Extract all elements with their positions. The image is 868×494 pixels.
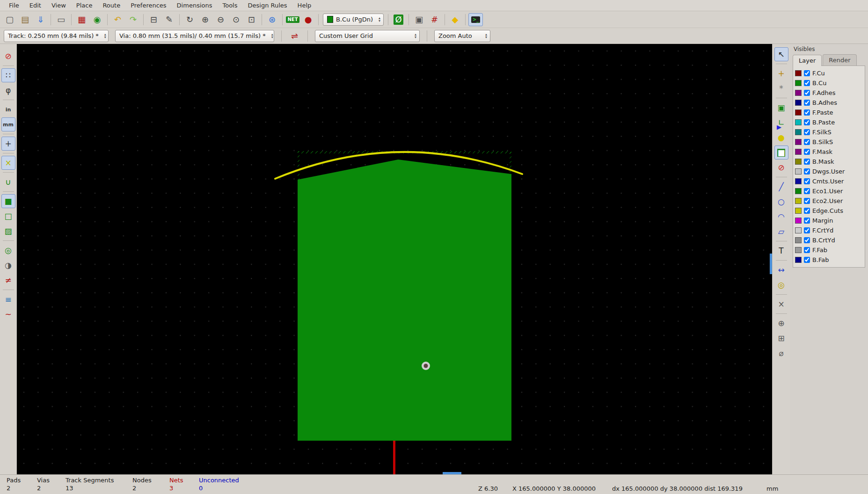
- add-footprint-tool-button[interactable]: ▣: [774, 101, 788, 115]
- layer-row-f-adhes[interactable]: F.Adhes: [795, 88, 864, 98]
- add-keepout-tool-button[interactable]: ⊘: [774, 160, 788, 174]
- layer-visibility-checkbox[interactable]: [804, 178, 810, 184]
- menu-item-design-rules[interactable]: Design Rules: [243, 1, 292, 10]
- layer-row-eco2-user[interactable]: Eco2.User: [795, 196, 864, 206]
- layer-visibility-checkbox[interactable]: [804, 109, 810, 116]
- add-dimension-tool-button[interactable]: ↔: [774, 263, 788, 277]
- menu-item-help[interactable]: Help: [292, 1, 317, 10]
- zone-outline-mode-button[interactable]: □: [1, 209, 15, 223]
- zone-fill-mode-button[interactable]: ■: [1, 194, 15, 208]
- layer-row-edge-cuts[interactable]: Edge.Cuts: [795, 206, 864, 216]
- layer-visibility-checkbox[interactable]: [804, 129, 810, 135]
- menu-item-place[interactable]: Place: [71, 1, 98, 10]
- add-arc-tool-button[interactable]: ◠: [774, 210, 788, 224]
- layer-color-swatch[interactable]: [795, 257, 802, 263]
- layer-row-f-mask[interactable]: F.Mask: [795, 147, 864, 157]
- layer-row-dwgs-user[interactable]: Dwgs.User: [795, 167, 864, 176]
- layer-selector[interactable]: B.Cu (PgDn) ▴▾: [323, 14, 384, 26]
- zoom-in-button[interactable]: ⊕: [198, 13, 212, 26]
- undo-button[interactable]: ↶: [110, 13, 125, 26]
- layer-row-f-paste[interactable]: F.Paste: [795, 108, 864, 117]
- layer-row-f-crtyd[interactable]: F.CrtYd: [795, 225, 864, 235]
- vias-sketch-mode-button[interactable]: ◎: [1, 243, 15, 257]
- layer-color-swatch[interactable]: [795, 109, 802, 116]
- tracks-sketch-mode-button[interactable]: ≠: [1, 273, 15, 287]
- menu-item-route[interactable]: Route: [97, 1, 125, 10]
- menu-item-file[interactable]: File: [4, 1, 24, 10]
- redo-button[interactable]: ↷: [126, 13, 140, 26]
- layer-row-eco1-user[interactable]: Eco1.User: [795, 186, 864, 196]
- layer-visibility-checkbox[interactable]: [804, 80, 810, 86]
- layer-visibility-checkbox[interactable]: [804, 168, 810, 174]
- layer-color-swatch[interactable]: [795, 227, 802, 233]
- via-edit-button[interactable]: Ø: [391, 13, 406, 26]
- layer-color-swatch[interactable]: [795, 188, 802, 194]
- units-inch-button[interactable]: in: [1, 102, 15, 116]
- layer-color-swatch[interactable]: [795, 100, 802, 106]
- polar-coords-button[interactable]: φ: [1, 83, 15, 97]
- layer-row-b-fab[interactable]: B.Fab: [795, 255, 864, 265]
- layer-visibility-checkbox[interactable]: [804, 218, 810, 224]
- python-console-button[interactable]: >_: [468, 13, 483, 26]
- menu-item-tools[interactable]: Tools: [217, 1, 242, 10]
- tab-layer[interactable]: Layer: [793, 55, 822, 66]
- drill-origin-tool-button[interactable]: ⊕: [774, 316, 788, 330]
- auto-track-width-icon[interactable]: ⇌: [287, 29, 302, 43]
- add-target-tool-button[interactable]: ◎: [774, 278, 788, 292]
- layer-visibility-checkbox[interactable]: [804, 159, 810, 165]
- footprint-editor-button[interactable]: ▦: [74, 13, 89, 26]
- via-size-select[interactable]: Via: 0.80 mm (31.5 mils)/ 0.40 mm (15.7 …: [115, 30, 274, 42]
- find-button[interactable]: ⊛: [265, 13, 279, 26]
- autoroute-mode-button[interactable]: ◆: [448, 13, 462, 26]
- measure-tool-button[interactable]: ⌀: [774, 346, 788, 360]
- layer-visibility-checkbox[interactable]: [804, 149, 810, 155]
- layer-row-f-fab[interactable]: F.Fab: [795, 245, 864, 255]
- grid-select[interactable]: Custom User Grid ▴▾: [315, 30, 420, 42]
- layer-color-swatch[interactable]: [795, 168, 802, 174]
- open-board-button[interactable]: ▤: [18, 13, 32, 26]
- track-mode-button[interactable]: #: [427, 13, 442, 26]
- highlight-net-tool-button[interactable]: +: [774, 66, 788, 80]
- drc-button[interactable]: ●: [301, 13, 315, 26]
- menu-item-preferences[interactable]: Preferences: [125, 1, 171, 10]
- auto-delete-tracks-button[interactable]: ∪: [1, 175, 15, 189]
- layer-color-swatch[interactable]: [795, 90, 802, 96]
- canvas-area[interactable]: [17, 44, 772, 474]
- zoom-out-button[interactable]: ⊖: [213, 13, 228, 26]
- zoom-fit-button[interactable]: ⊙: [229, 13, 243, 26]
- high-contrast-mode-button[interactable]: ◑: [1, 258, 15, 272]
- menu-item-dimensions[interactable]: Dimensions: [172, 1, 218, 10]
- layer-visibility-checkbox[interactable]: [804, 139, 810, 145]
- layer-visibility-checkbox[interactable]: [804, 227, 810, 233]
- delete-tool-button[interactable]: ×: [774, 297, 788, 311]
- tab-render[interactable]: Render: [823, 54, 856, 65]
- layer-color-swatch[interactable]: [795, 198, 802, 204]
- layer-row-f-silks[interactable]: F.SilkS: [795, 127, 864, 137]
- layer-visibility-checkbox[interactable]: [804, 119, 810, 125]
- select-tool-button[interactable]: ↖: [774, 47, 788, 61]
- cursor-shape-button[interactable]: +: [1, 137, 15, 151]
- add-zone-tool-button[interactable]: ■: [774, 145, 788, 160]
- layer-row-b-silks[interactable]: B.SilkS: [795, 137, 864, 147]
- layer-row-b-paste[interactable]: B.Paste: [795, 117, 864, 127]
- netlist-button[interactable]: NET: [285, 13, 300, 26]
- new-board-button[interactable]: ▢: [2, 13, 17, 26]
- print-button[interactable]: ⊟: [146, 13, 161, 26]
- layer-color-swatch[interactable]: [795, 208, 802, 214]
- layer-color-swatch[interactable]: [795, 237, 802, 243]
- layer-visibility-checkbox[interactable]: [804, 257, 810, 263]
- units-mm-button[interactable]: mm: [1, 117, 15, 131]
- page-settings-button[interactable]: ▭: [54, 13, 68, 26]
- layer-color-swatch[interactable]: [795, 119, 802, 125]
- layer-row-f-cu[interactable]: F.Cu: [795, 68, 864, 78]
- layer-color-swatch[interactable]: [795, 159, 802, 165]
- layer-color-swatch[interactable]: [795, 70, 802, 76]
- add-text-tool-button[interactable]: T: [774, 244, 788, 258]
- ratsnest-visibility-button[interactable]: ×: [1, 156, 15, 170]
- layer-visibility-checkbox[interactable]: [804, 90, 810, 96]
- drc-off-button[interactable]: ⊘: [1, 49, 15, 63]
- layer-visibility-checkbox[interactable]: [804, 198, 810, 204]
- layer-visibility-checkbox[interactable]: [804, 208, 810, 214]
- layer-visibility-checkbox[interactable]: [804, 247, 810, 253]
- redraw-view-button[interactable]: ↻: [182, 13, 197, 26]
